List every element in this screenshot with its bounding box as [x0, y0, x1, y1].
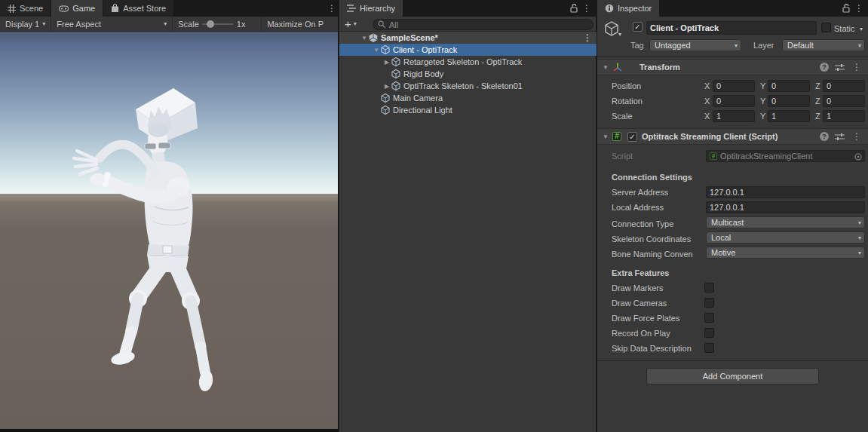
static-checkbox[interactable]: [821, 23, 831, 32]
foldout-closed-icon[interactable]: ▶: [383, 59, 391, 66]
connection-type-dropdown[interactable]: Multicast ▾: [706, 216, 865, 228]
lock-icon[interactable]: [567, 0, 581, 17]
maximize-on-play-button[interactable]: Maximize On P: [262, 17, 329, 31]
draw-markers-checkbox[interactable]: [704, 283, 714, 293]
tree-item-directional-light[interactable]: Directional Light: [339, 104, 597, 116]
object-picker-icon[interactable]: [854, 153, 862, 161]
foldout-open-icon[interactable]: ▼: [373, 47, 380, 54]
game-tabbar: Scene Game Asset Store ⋮: [0, 0, 338, 17]
rotation-y-field[interactable]: 0: [768, 95, 810, 107]
scale-slider-knob[interactable]: [207, 20, 214, 28]
tree-item-label: OptiTrack Skeleton - Skeleton01: [403, 81, 523, 90]
window-bottom-edge: [0, 429, 338, 432]
script-object-field[interactable]: # OptitrackStreamingClient: [706, 150, 865, 162]
aspect-dropdown[interactable]: Free Aspect ▾: [51, 17, 172, 31]
scene-name: SampleScene*: [381, 33, 438, 42]
hierarchy-search-input[interactable]: All: [373, 19, 593, 30]
script-value: OptitrackStreamingClient: [720, 152, 812, 161]
aspect-label: Free Aspect: [57, 20, 101, 29]
skip-data-description-checkbox[interactable]: [704, 343, 714, 353]
layer-dropdown[interactable]: Default ▾: [782, 39, 865, 51]
chevron-down-icon: ▾: [858, 235, 861, 241]
cube-icon: [380, 93, 391, 103]
static-dropdown-icon[interactable]: ▾: [860, 26, 863, 32]
presets-icon[interactable]: [835, 133, 845, 141]
gameobject-name-field[interactable]: Client - OptiTrack: [646, 21, 817, 35]
local-address-field[interactable]: 127.0.0.1: [706, 201, 865, 213]
draw-force-plates-checkbox[interactable]: [704, 313, 714, 323]
skeleton-coordinates-dropdown[interactable]: Local ▾: [706, 231, 865, 244]
server-address-field[interactable]: 127.0.0.1: [706, 186, 865, 198]
scale-x-field[interactable]: 1: [713, 110, 755, 122]
game-render-view: [0, 32, 338, 432]
hierarchy-tabbar: Hierarchy ⋮: [339, 0, 596, 17]
scale-z-field[interactable]: 1: [823, 110, 865, 122]
tree-item-label: Rigid Body: [403, 69, 443, 78]
scene-row-menu-icon[interactable]: ⋮: [581, 32, 593, 43]
hierarchy-toolbar: + ▾ All: [339, 17, 596, 32]
create-button[interactable]: +: [345, 17, 351, 30]
info-icon: [605, 4, 614, 13]
tab-game[interactable]: Game: [51, 0, 103, 17]
scale-slider[interactable]: [202, 23, 234, 25]
inspector-menu-icon[interactable]: ⋮: [853, 0, 865, 17]
inspector-panel: Inspector ⋮ ▾ ✓ Client - OptiTrack Stati…: [597, 0, 868, 432]
rotation-x-field[interactable]: 0: [713, 95, 755, 107]
foldout-open-icon[interactable]: ▼: [360, 35, 368, 41]
gameobject-icon-dropdown[interactable]: ▾: [618, 32, 621, 38]
position-x-field[interactable]: 0: [713, 80, 755, 92]
game-panel-menu-icon[interactable]: ⋮: [326, 0, 338, 17]
scene-row[interactable]: ▼ SampleScene* ⋮: [339, 32, 597, 44]
tab-scene[interactable]: Scene: [0, 0, 51, 17]
lock-icon[interactable]: [839, 0, 853, 17]
connection-settings-title: Connection Settings: [612, 173, 692, 182]
component-menu-icon[interactable]: ⋮: [851, 131, 863, 142]
inspector-tabbar: Inspector ⋮: [597, 0, 868, 17]
chevron-down-icon: ▾: [858, 220, 861, 226]
cube-icon: [380, 105, 391, 115]
rotation-z-field[interactable]: 0: [823, 95, 865, 107]
transform-icon: [612, 62, 623, 72]
hierarchy-menu-icon[interactable]: ⋮: [581, 0, 593, 17]
component-menu-icon[interactable]: ⋮: [851, 62, 863, 72]
create-dropdown-icon[interactable]: ▾: [354, 21, 357, 27]
presets-icon[interactable]: [835, 63, 845, 72]
game-panel: Scene Game Asset Store ⋮ Display 1 ▾ Fre…: [0, 0, 338, 432]
tag-dropdown[interactable]: Untagged ▾: [649, 39, 741, 51]
optitrack-script-header[interactable]: ▼ # ✓ Optitrack Streaming Client (Script…: [597, 128, 868, 145]
scale-value: 1x: [237, 20, 246, 29]
scale-y-field[interactable]: 1: [768, 110, 810, 122]
bone-naming-dropdown[interactable]: Motive ▾: [706, 247, 865, 259]
search-icon: [378, 20, 386, 29]
grid-icon: [8, 5, 16, 13]
draw-cameras-label: Draw Cameras: [612, 297, 667, 309]
tree-item-rigid-body[interactable]: Rigid Body: [339, 68, 597, 80]
maximize-label: Maximize On P: [267, 20, 324, 29]
tree-item-main-camera[interactable]: Main Camera: [339, 92, 597, 104]
add-component-button[interactable]: Add Component: [646, 368, 819, 385]
axis-y-label: Y: [760, 80, 768, 92]
record-on-play-checkbox[interactable]: [704, 328, 714, 338]
axis-y-label: Y: [760, 95, 768, 107]
position-y-field[interactable]: 0: [768, 80, 810, 92]
draw-cameras-checkbox[interactable]: [704, 298, 714, 308]
tab-hierarchy[interactable]: Hierarchy: [339, 0, 403, 17]
active-checkbox[interactable]: ✓: [633, 22, 643, 32]
tree-item-retargeted-skeleton[interactable]: ▶ Retargeted Skeleton - OptiTrack: [339, 56, 597, 68]
position-label: Position: [612, 80, 641, 92]
help-icon[interactable]: ?: [820, 63, 829, 72]
tree-item-client-optitrack[interactable]: ▼ Client - OptiTrack: [339, 44, 597, 56]
tab-asset-store[interactable]: Asset Store: [103, 0, 173, 17]
foldout-open-icon[interactable]: ▼: [600, 64, 611, 71]
foldout-closed-icon[interactable]: ▶: [383, 83, 391, 90]
help-icon[interactable]: ?: [820, 132, 829, 141]
skip-data-description-label: Skip Data Description: [612, 342, 692, 354]
display-dropdown[interactable]: Display 1 ▾: [0, 17, 51, 31]
tree-item-optitrack-skeleton[interactable]: ▶ OptiTrack Skeleton - Skeleton01: [339, 80, 597, 92]
component-enabled-checkbox[interactable]: ✓: [627, 132, 637, 142]
cube-icon: [391, 69, 401, 79]
transform-header[interactable]: ▼ Transform ? ⋮: [597, 59, 868, 75]
foldout-open-icon[interactable]: ▼: [600, 133, 611, 140]
position-z-field[interactable]: 0: [823, 80, 865, 92]
tab-inspector[interactable]: Inspector: [597, 0, 659, 17]
